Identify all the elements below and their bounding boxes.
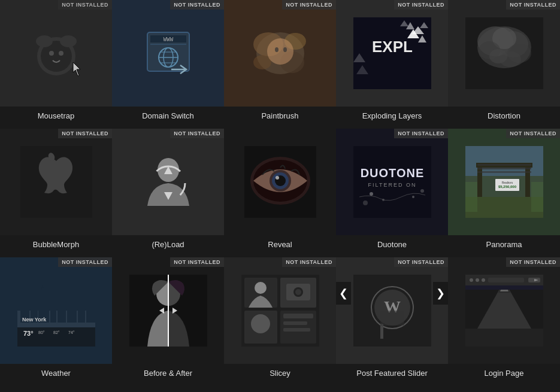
svg-rect-72 xyxy=(477,164,531,166)
svg-point-22 xyxy=(267,38,293,65)
plugin-paintbrush[interactable]: NOT INSTALLED Paintbrush xyxy=(224,0,336,129)
svg-point-3 xyxy=(60,35,77,47)
postfeaturedslider-icon: W xyxy=(353,275,431,347)
not-installed-badge-slicey: NOT INSTALLED xyxy=(282,257,336,267)
svg-rect-73 xyxy=(477,168,531,169)
svg-point-23 xyxy=(275,47,279,52)
svg-rect-136 xyxy=(488,278,524,282)
svg-point-134 xyxy=(476,278,479,282)
svg-point-5 xyxy=(59,51,63,56)
not-installed-badge-duotone: NOT INSTALLED xyxy=(394,129,448,138)
svg-point-62 xyxy=(370,192,373,196)
svg-rect-131 xyxy=(465,329,543,347)
svg-rect-119 xyxy=(283,328,310,332)
plugin-postfeaturedslider[interactable]: ❮ ❯ NOT INSTALLED W Post Featured Slider xyxy=(336,257,448,386)
svg-point-24 xyxy=(283,47,287,52)
plugin-name-paintbrush: Paintbrush xyxy=(261,111,298,120)
plugin-reveal[interactable]: Reveal xyxy=(224,129,336,257)
duotone-icon: DUOTONE FILTERED ON xyxy=(353,146,431,218)
reveal-icon xyxy=(244,146,316,218)
loginpage-icon xyxy=(465,275,543,347)
plugin-duotone[interactable]: NOT INSTALLED DUOTONE FILTERED ON Duoton xyxy=(336,129,448,257)
beforeafter-icon xyxy=(129,275,207,347)
reload-icon xyxy=(132,146,204,218)
svg-point-115 xyxy=(295,289,301,295)
not-installed-badge-panorama: NOT INSTALLED xyxy=(506,129,560,138)
not-installed-badge-beforeafter: NOT INSTALLED xyxy=(170,257,224,267)
distortion-icon xyxy=(465,17,543,89)
mousetrap-icon xyxy=(26,23,86,83)
svg-point-135 xyxy=(482,278,485,282)
not-installed-badge-domainswitch: NOT INSTALLED xyxy=(170,0,224,10)
svg-marker-6 xyxy=(73,62,80,76)
not-installed-badge-distortion: NOT INSTALLED xyxy=(506,0,560,10)
svg-text:New York: New York xyxy=(22,317,47,323)
panorama-icon: Realtors $5,250,000 xyxy=(465,146,543,218)
not-installed-badge-weather: NOT INSTALLED xyxy=(58,257,112,267)
not-installed-badge-mousetrap: NOT INSTALLED xyxy=(58,0,112,10)
not-installed-badge-paintbrush: NOT INSTALLED xyxy=(282,0,336,10)
plugin-name-reload: (Re)Load xyxy=(152,240,184,249)
plugin-name-distortion: Distortion xyxy=(488,111,520,120)
svg-rect-125 xyxy=(380,311,404,326)
svg-rect-87 xyxy=(57,302,66,323)
next-arrow[interactable]: ❯ xyxy=(433,282,448,305)
svg-point-65 xyxy=(412,196,414,198)
explodinglayers-icon: EXPL xyxy=(353,17,431,89)
plugin-name-explodinglayers: Exploding Layers xyxy=(362,111,422,120)
svg-rect-117 xyxy=(283,314,313,318)
plugin-explodinglayers[interactable]: NOT INSTALLED EXPL Exploding Layers xyxy=(336,0,448,129)
plugin-name-postfeaturedslider: Post Featured Slider xyxy=(356,369,428,378)
svg-text:74°: 74° xyxy=(68,330,75,335)
svg-text:WWW: WWW xyxy=(163,37,173,42)
not-installed-badge-postfeaturedslider: NOT INSTALLED xyxy=(394,257,448,267)
plugin-name-reveal: Reveal xyxy=(268,240,292,249)
slicey-icon xyxy=(241,275,319,347)
plugin-name-duotone: Duotone xyxy=(377,240,407,249)
weather-icon: 73° 80° 82° 74° New York xyxy=(17,275,95,347)
svg-text:EXPL: EXPL xyxy=(372,38,413,56)
plugin-name-domainswitch: Domain Switch xyxy=(142,111,194,120)
plugin-beforeafter[interactable]: NOT INSTALLED xyxy=(112,257,224,386)
svg-rect-88 xyxy=(67,300,77,323)
bubblemorph-icon xyxy=(20,146,92,218)
svg-point-133 xyxy=(470,278,473,282)
plugin-domainswitch[interactable]: NOT INSTALLED WWW Domain Swi xyxy=(112,0,224,129)
svg-text:$5,250,000: $5,250,000 xyxy=(498,185,516,189)
svg-text:FILTERED ON: FILTERED ON xyxy=(368,182,416,188)
plugin-reload[interactable]: NOT INSTALLED (Re)Load xyxy=(112,129,224,257)
plugin-name-slicey: Slicey xyxy=(270,369,290,378)
plugin-name-loginpage: Login Page xyxy=(485,369,524,378)
svg-point-64 xyxy=(363,200,368,205)
plugin-slicey[interactable]: NOT INSTALLED xyxy=(224,257,336,386)
plugin-grid: NOT INSTALLED Mousetrap NOT INSTALLED xyxy=(0,0,560,386)
plugin-name-bubblemorph: BubbleMorph xyxy=(33,240,79,249)
svg-point-43 xyxy=(500,51,521,67)
prev-arrow[interactable]: ❮ xyxy=(336,282,351,305)
svg-text:73°: 73° xyxy=(23,330,34,337)
svg-rect-80 xyxy=(531,182,543,212)
svg-rect-118 xyxy=(283,321,307,325)
svg-point-58 xyxy=(276,176,279,180)
plugin-mousetrap[interactable]: NOT INSTALLED Mousetrap xyxy=(0,0,112,129)
svg-point-2 xyxy=(36,35,53,47)
svg-text:DUOTONE: DUOTONE xyxy=(360,166,424,180)
plugin-bubblemorph[interactable]: NOT INSTALLED BubbleMorph xyxy=(0,129,112,257)
svg-point-4 xyxy=(49,51,54,56)
svg-rect-124 xyxy=(380,324,383,339)
not-installed-badge-reload: NOT INSTALLED xyxy=(170,129,224,138)
svg-point-66 xyxy=(420,189,424,193)
plugin-name-beforeafter: Before & After xyxy=(144,369,192,378)
svg-rect-74 xyxy=(477,171,531,173)
svg-rect-89 xyxy=(78,305,85,323)
plugin-loginpage[interactable]: NOT INSTALLED xyxy=(448,257,560,386)
svg-text:82°: 82° xyxy=(53,330,60,335)
domainswitch-icon: WWW xyxy=(135,20,201,86)
not-installed-badge-loginpage: NOT INSTALLED xyxy=(506,257,560,267)
plugin-panorama[interactable]: NOT INSTALLED Realtors xyxy=(448,129,560,257)
plugin-weather[interactable]: NOT INSTALLED xyxy=(0,257,112,386)
svg-point-112 xyxy=(255,282,267,294)
paintbrush-icon xyxy=(244,17,316,89)
plugin-name-weather: Weather xyxy=(41,369,71,378)
plugin-distortion[interactable]: NOT INSTALLED Distortion xyxy=(448,0,560,129)
